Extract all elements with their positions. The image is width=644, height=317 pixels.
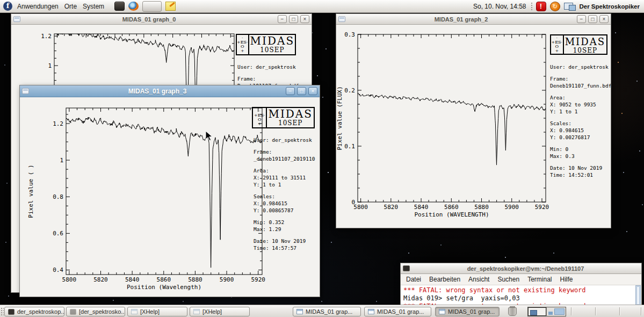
graph3-body: 58005820584058605880590059200.40.60.811.… <box>20 97 320 297</box>
taskbar-button[interactable]: MIDAS_01 grap... <box>293 307 361 316</box>
terminal-line: *** FATAL: wrong syntax or not existing … <box>403 286 639 294</box>
maximize-button[interactable]: □ <box>289 15 298 23</box>
launcher-icon[interactable] <box>128 2 139 11</box>
svg-text:Pixel value (FLUX): Pixel value (FLUX) <box>336 86 343 150</box>
taskbar-button[interactable]: MIDAS_01 grap... <box>435 307 500 316</box>
midas-logo: ·+ES·O+ MIDAS 10SEP <box>236 34 296 55</box>
workspace-1[interactable] <box>528 307 547 316</box>
svg-text:5800: 5800 <box>62 276 77 283</box>
task-label: [XHelp] <box>140 308 160 315</box>
launcher-icon[interactable] <box>165 2 176 11</box>
panel-username: Der Spektroskopiker <box>580 3 640 10</box>
window-icon <box>13 16 20 22</box>
panel-clock[interactable]: So, 10. Nov, 14:58 <box>473 3 526 10</box>
workspace-switcher[interactable] <box>527 307 566 316</box>
panel-menu-item[interactable]: Anwendungen <box>17 1 64 12</box>
minimize-button[interactable]: − <box>278 15 287 23</box>
taskbar-separator <box>571 307 571 315</box>
midas-logo: ·+ES·O+ MIDAS 10SEP <box>550 34 607 55</box>
svg-text:5920: 5920 <box>535 204 549 211</box>
svg-text:5840: 5840 <box>125 276 139 283</box>
terminal-titlebar[interactable]: der_spektroskopiker@vm:~/Deneb191107 <box>401 263 641 274</box>
svg-text:0.8: 0.8 <box>53 193 63 200</box>
taskbar-button[interactable]: [XHelp] <box>190 307 250 316</box>
mouse-cursor <box>205 131 213 143</box>
minimize-button[interactable]: − <box>577 15 586 23</box>
maximize-button[interactable]: □ <box>588 15 597 23</box>
task-label: MIDAS_01 grap... <box>377 308 424 315</box>
terminal-menu-item[interactable]: Terminal <box>527 276 552 283</box>
terminal-menu-item[interactable]: Suchen <box>497 276 519 283</box>
svg-text:5860: 5860 <box>157 276 171 283</box>
panel-grip[interactable] <box>531 2 533 11</box>
close-button[interactable]: × <box>308 87 317 95</box>
terminal-title: der_spektroskopiker@vm:~/Deneb191107 <box>412 265 639 272</box>
taskbar-button[interactable]: [der_spektrosko... <box>66 307 125 316</box>
scrollbar-thumb[interactable] <box>636 286 640 305</box>
midas-name: MIDAS <box>250 35 295 47</box>
workspace-2[interactable] <box>547 307 566 316</box>
graph0-titlebar[interactable]: MIDAS_01 graph_0 − □ × <box>11 14 312 25</box>
status-icon[interactable] <box>550 2 560 11</box>
eso-icon: ·+ES·O+ <box>551 35 564 54</box>
taskbar: der_spektroskop... [der_spektrosko... [X… <box>0 305 644 317</box>
terminal-menu-item[interactable]: Hilfe <box>560 276 573 283</box>
window-icon <box>22 88 29 94</box>
task-label: der_spektroskop... <box>17 308 64 315</box>
terminal-menubar: DateiBearbeitenAnsichtSuchenTerminalHilf… <box>401 274 641 285</box>
launcher-icon[interactable] <box>114 2 125 11</box>
svg-text:0.1: 0.1 <box>344 143 355 150</box>
midas-release: 10SEP <box>250 47 295 54</box>
eso-icon: ·+ES·O+ <box>237 35 249 54</box>
fedora-menu-icon[interactable]: f <box>3 2 12 11</box>
task-window-icon <box>296 309 303 314</box>
svg-text:0.2: 0.2 <box>344 87 355 94</box>
task-window-icon <box>439 309 445 314</box>
svg-text:0: 0 <box>351 199 355 206</box>
svg-text:Position (Wavelength): Position (Wavelength) <box>127 284 201 291</box>
task-window-icon <box>8 309 15 315</box>
graph2-body: 580058205840586058805900592000.10.20.3Po… <box>336 25 611 228</box>
graph3-titlebar[interactable]: MIDAS_01 graph_3 − □ × <box>20 85 320 97</box>
status-icon[interactable] <box>564 2 576 11</box>
panel-launchers <box>114 1 179 12</box>
terminal-menu-item[interactable]: Ansicht <box>468 276 489 283</box>
graph2-titlebar[interactable]: MIDAS_01 graph_2 − □ × <box>336 14 611 25</box>
midas-name: MIDAS <box>268 109 313 120</box>
terminal-icon <box>403 265 410 271</box>
maximize-button[interactable]: □ <box>297 87 306 95</box>
taskbar-button[interactable]: der_spektroskop... <box>4 307 64 316</box>
svg-text:5820: 5820 <box>384 204 399 211</box>
graph2-title: MIDAS_01 graph_2 <box>348 16 575 23</box>
launcher-icon[interactable] <box>142 1 162 12</box>
svg-text:0.6: 0.6 <box>53 230 63 237</box>
taskbar-button[interactable]: [XHelp] <box>127 307 187 316</box>
eso-icon: ·+ES·O+ <box>253 108 267 127</box>
terminal-menu-item[interactable]: Bearbeiten <box>429 276 460 283</box>
task-label: [der_spektrosko... <box>79 308 125 315</box>
terminal-line: Midas 019> set/gra yaxis=0,03 <box>403 294 639 302</box>
terminal-menu-item[interactable]: Datei <box>406 276 421 283</box>
minimize-button[interactable]: − <box>286 87 295 95</box>
top-panel: f AnwendungenOrteSystem So, 10. Nov, 14:… <box>0 0 644 13</box>
trash-icon[interactable] <box>508 307 517 316</box>
window-graph2[interactable]: MIDAS_01 graph_2 − □ × 58005820584058605… <box>336 13 611 228</box>
midas-logo: ·+ES·O+ MIDAS 10SEP <box>252 107 315 128</box>
svg-text:5900: 5900 <box>504 204 519 211</box>
status-icon[interactable] <box>536 2 546 11</box>
svg-text:5820: 5820 <box>93 276 108 283</box>
window-graph3[interactable]: MIDAS_01 graph_3 − □ × 58005820584058605… <box>19 85 320 297</box>
close-button[interactable]: × <box>599 15 609 23</box>
svg-text:5840: 5840 <box>414 204 429 211</box>
svg-text:1.2: 1.2 <box>41 33 52 40</box>
svg-text:1: 1 <box>48 62 52 69</box>
svg-text:5900: 5900 <box>220 276 234 283</box>
svg-text:5880: 5880 <box>474 204 489 211</box>
taskbar-separator <box>619 307 620 315</box>
midas-release: 10SEP <box>565 47 605 54</box>
svg-text:5880: 5880 <box>188 276 202 283</box>
panel-menu-item[interactable]: Orte <box>64 1 83 12</box>
close-button[interactable]: × <box>300 15 309 23</box>
taskbar-button[interactable]: MIDAS_01 grap... <box>364 307 431 316</box>
panel-menu-item[interactable]: System <box>83 1 110 12</box>
